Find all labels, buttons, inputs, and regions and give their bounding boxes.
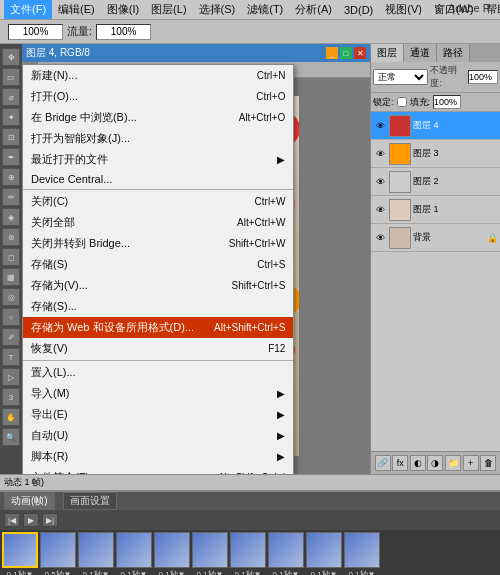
menu-export[interactable]: 导出(E) ▶ bbox=[23, 404, 293, 425]
timeline-tab-settings[interactable]: 画面设置 bbox=[63, 492, 117, 510]
layer-style-btn[interactable]: fx bbox=[392, 455, 408, 471]
panel-tab-channels[interactable]: 通道 bbox=[404, 44, 437, 62]
menu-recent[interactable]: 最近打开的文件 ▶ bbox=[23, 149, 293, 170]
timeline-tab-animation[interactable]: 动画(帧) bbox=[4, 492, 55, 510]
layer-item-bg[interactable]: 👁 背景 🔒 bbox=[371, 224, 500, 252]
frame-2[interactable]: 0.5秒▼ bbox=[40, 532, 76, 575]
tool-lasso[interactable]: ⌀ bbox=[2, 88, 20, 106]
adjustment-layer-btn[interactable]: ◑ bbox=[427, 455, 443, 471]
layer-eye-4[interactable]: 👁 bbox=[373, 119, 387, 133]
layer-mask-btn[interactable]: ◐ bbox=[410, 455, 426, 471]
frame-4[interactable]: 0.1秒▼ bbox=[116, 532, 152, 575]
menu-item-edit[interactable]: 编辑(E) bbox=[52, 0, 101, 19]
tool-pen[interactable]: ✐ bbox=[2, 328, 20, 346]
frame-duration-3: 0.1秒▼ bbox=[82, 569, 109, 575]
tool-stamp[interactable]: ◈ bbox=[2, 208, 20, 226]
maximize-button[interactable]: □ bbox=[340, 47, 352, 59]
tool-heal[interactable]: ⊕ bbox=[2, 168, 20, 186]
frame-5[interactable]: 0.1秒▼ bbox=[154, 532, 190, 575]
layer-item-3[interactable]: 👁 图层 3 bbox=[371, 140, 500, 168]
layer-eye-1[interactable]: 👁 bbox=[373, 203, 387, 217]
menu-place[interactable]: 置入(L)... bbox=[23, 362, 293, 383]
blend-mode-select[interactable]: 正常 bbox=[373, 69, 428, 85]
layer-eye-bg[interactable]: 👁 bbox=[373, 231, 387, 245]
status-bar: 动态 1 帧) bbox=[0, 474, 500, 490]
tool-crop[interactable]: ⊡ bbox=[2, 128, 20, 146]
menu-item-image[interactable]: 图像(I) bbox=[101, 0, 145, 19]
menu-device[interactable]: Device Central... bbox=[23, 170, 293, 188]
panel-tab-paths[interactable]: 路径 bbox=[437, 44, 470, 62]
menu-item-view[interactable]: 视图(V) bbox=[379, 0, 428, 19]
menu-file-info[interactable]: 文件简介(F)... Alt+Shift+Ctrl+I bbox=[23, 467, 293, 474]
new-layer-btn[interactable]: + bbox=[463, 455, 479, 471]
tool-eraser[interactable]: ◻ bbox=[2, 248, 20, 266]
layer-eye-3[interactable]: 👁 bbox=[373, 147, 387, 161]
flow-input[interactable] bbox=[96, 24, 151, 40]
frame-10[interactable]: 0.1秒▼ bbox=[344, 532, 380, 575]
menu-close[interactable]: 关闭(C) Ctrl+W bbox=[23, 191, 293, 212]
minimize-button[interactable]: _ bbox=[326, 47, 338, 59]
tool-magic[interactable]: ✦ bbox=[2, 108, 20, 126]
tool-zoom[interactable]: 🔍 bbox=[2, 428, 20, 446]
tool-gradient[interactable]: ▦ bbox=[2, 268, 20, 286]
next-frame-btn[interactable]: ▶| bbox=[42, 513, 58, 527]
menu-open[interactable]: 打开(O)... Ctrl+O bbox=[23, 86, 293, 107]
frame-7[interactable]: 0.1秒▼ bbox=[230, 532, 266, 575]
menu-automate[interactable]: 自动(U) ▶ bbox=[23, 425, 293, 446]
menu-new[interactable]: 新建(N)... Ctrl+N bbox=[23, 65, 293, 86]
menu-import[interactable]: 导入(M) ▶ bbox=[23, 383, 293, 404]
prev-frame-btn[interactable]: |◀ bbox=[4, 513, 20, 527]
frame-3[interactable]: 0.1秒▼ bbox=[78, 532, 114, 575]
layer-item-1[interactable]: 👁 图层 1 bbox=[371, 196, 500, 224]
layer-item-2[interactable]: 👁 图层 2 bbox=[371, 168, 500, 196]
play-btn[interactable]: ▶ bbox=[23, 513, 39, 527]
menu-item-file[interactable]: 文件(F) bbox=[4, 0, 52, 19]
panel-tab-layers[interactable]: 图层 bbox=[371, 44, 404, 62]
menu-item-layer[interactable]: 图层(L) bbox=[145, 0, 192, 19]
menu-scripts[interactable]: 脚本(R) ▶ bbox=[23, 446, 293, 467]
menu-item-3d[interactable]: 3D(D) bbox=[338, 2, 379, 18]
link-layers-btn[interactable]: 🔗 bbox=[375, 455, 391, 471]
tool-eyedropper[interactable]: ✒ bbox=[2, 148, 20, 166]
new-group-btn[interactable]: 📁 bbox=[445, 455, 461, 471]
menu-checkin[interactable]: 存储(S)... bbox=[23, 296, 293, 317]
frame-6[interactable]: 0.1秒▼ bbox=[192, 532, 228, 575]
separator-2 bbox=[23, 360, 293, 361]
menu-revert[interactable]: 恢复(V) F12 bbox=[23, 338, 293, 359]
frame-thumb-5 bbox=[154, 532, 190, 568]
tool-dodge[interactable]: ○ bbox=[2, 308, 20, 326]
menu-save-as[interactable]: 存储为(V)... Shift+Ctrl+S bbox=[23, 275, 293, 296]
tool-blur[interactable]: ◎ bbox=[2, 288, 20, 306]
menu-browse[interactable]: 在 Bridge 中浏览(B)... Alt+Ctrl+O bbox=[23, 107, 293, 128]
fill-input[interactable] bbox=[433, 95, 461, 109]
opacity-input[interactable] bbox=[468, 70, 498, 84]
lock-transparent[interactable] bbox=[397, 97, 407, 107]
layer-item-4[interactable]: 👁 图层 4 bbox=[371, 112, 500, 140]
close-button[interactable]: ✕ bbox=[354, 47, 366, 59]
tool-brush[interactable]: ✏ bbox=[2, 188, 20, 206]
menu-close-all[interactable]: 关闭全部 Alt+Ctrl+W bbox=[23, 212, 293, 233]
delete-layer-btn[interactable]: 🗑 bbox=[480, 455, 496, 471]
frame-thumb-8 bbox=[268, 532, 304, 568]
tool-history[interactable]: ⊛ bbox=[2, 228, 20, 246]
menu-item-filter[interactable]: 滤镜(T) bbox=[241, 0, 289, 19]
menu-item-analysis[interactable]: 分析(A) bbox=[289, 0, 338, 19]
menu-close-bridge[interactable]: 关闭并转到 Bridge... Shift+Ctrl+W bbox=[23, 233, 293, 254]
menu-item-select[interactable]: 选择(S) bbox=[193, 0, 242, 19]
tool-shape[interactable]: ▷ bbox=[2, 368, 20, 386]
frame-1[interactable]: 0.1秒▼ bbox=[2, 532, 38, 575]
layers-list: 👁 图层 4 👁 图层 3 👁 图层 2 👁 图层 1 👁 bbox=[371, 112, 500, 451]
frame-8[interactable]: 0.1秒▼ bbox=[268, 532, 304, 575]
zoom-input[interactable] bbox=[8, 24, 63, 40]
tool-select[interactable]: ▭ bbox=[2, 68, 20, 86]
tool-3d[interactable]: 3 bbox=[2, 388, 20, 406]
menu-open-smart[interactable]: 打开为智能对象(J)... bbox=[23, 128, 293, 149]
menu-save[interactable]: 存储(S) Ctrl+S bbox=[23, 254, 293, 275]
menu-save-web[interactable]: 存储为 Web 和设备所用格式(D)... Alt+Shift+Ctrl+S bbox=[23, 317, 293, 338]
frame-9[interactable]: 0.1秒▼ bbox=[306, 532, 342, 575]
right-panel: 图层 通道 路径 正常 不透明度: 锁定: 填充: 👁 图层 4 👁 bbox=[370, 44, 500, 474]
layer-eye-2[interactable]: 👁 bbox=[373, 175, 387, 189]
tool-move[interactable]: ✥ bbox=[2, 48, 20, 66]
tool-text[interactable]: T bbox=[2, 348, 20, 366]
tool-hand[interactable]: ✋ bbox=[2, 408, 20, 426]
